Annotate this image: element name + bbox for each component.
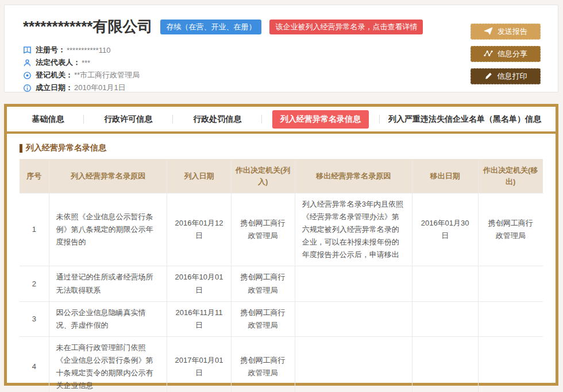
cell-reason-out [295, 266, 412, 301]
table-row: 4 未在工商行政管理部门依照《企业信息公示暂行条例》第十条规定责令的期限内公示有… [20, 336, 543, 392]
cell-authority-out [478, 266, 543, 301]
paper-plane-icon [484, 27, 493, 37]
main-panel: 基础信息 行政许可信息 行政处罚信息 列入经营异常名录信息 列入严重违法失信企业… [4, 104, 558, 386]
table-row: 3 因公示企业信息隐瞒真实情况、弄虚作假的 2016年11月11日 携创网工商行… [20, 301, 543, 336]
page: ************有限公司 存续（在营、开业、在册） 该企业被列入经营异常… [0, 0, 563, 392]
info-icon [23, 84, 32, 92]
share-info-label: 信息分享 [498, 49, 527, 59]
cell-seq: 2 [20, 266, 49, 301]
action-buttons: 发送报告 信息分享 信息打印 [471, 24, 541, 84]
cell-date-in: 2016年10月01日 [167, 266, 231, 301]
cell-reason-in: 未在工商行政管理部门依照《企业信息公示暂行条例》第十条规定责令的期限内公示有关企… [49, 336, 167, 392]
legal-representative-line: 法定代表人： *** [23, 56, 542, 69]
header-authority-out: 作出决定机关(移出) [478, 159, 543, 193]
cell-reason-in: 因公示企业信息隐瞒真实情况、弄虚作假的 [49, 301, 167, 336]
cell-authority-out [478, 336, 543, 392]
header-authority-in: 作出决定机关(列入) [231, 159, 295, 193]
section-marker [20, 144, 22, 153]
tab-administrative-penalty[interactable]: 行政处罚信息 [173, 114, 261, 125]
section-title: 列入经营异常名录信息 [20, 143, 543, 153]
registration-icon [23, 46, 32, 55]
share-icon [484, 49, 493, 59]
location-icon [23, 71, 32, 80]
cell-reason-in: 未依照《企业信息公示暂行条例》第八条规定的期限公示年度报告的 [49, 193, 167, 266]
cell-reason-in: 通过登记的住所或者经营场所无法取得联系 [49, 266, 167, 301]
cell-authority-out: 携创网工商行政管理局 [478, 193, 543, 266]
cell-date-out [412, 336, 478, 392]
cell-authority-in: 携创网工商行政管理局 [231, 336, 295, 392]
header-seq: 序号 [20, 159, 49, 193]
cell-date-in: 2016年11月11日 [167, 301, 231, 336]
header-reason-out: 移出经营异常名录原因 [295, 159, 412, 193]
tab-administrative-license[interactable]: 行政许可信息 [84, 114, 172, 125]
header-reason-in: 列入经营异常名录原因 [49, 159, 167, 193]
status-badge: 存续（在营、开业、在册） [160, 20, 261, 34]
abnormal-warning-badge[interactable]: 该企业被列入经营异常名录，点击查看详情 [269, 20, 423, 34]
cell-date-in: 2016年01月12日 [167, 193, 231, 266]
cell-reason-out [295, 336, 412, 392]
share-info-button[interactable]: 信息分享 [471, 46, 541, 62]
cell-authority-in: 携创网工商行政管理局 [231, 266, 295, 301]
tab-abnormal-operations-list[interactable]: 列入经营异常名录信息 [262, 110, 379, 129]
cell-date-in: 2017年01月01日 [167, 336, 231, 392]
cell-authority-out [478, 301, 543, 336]
cell-authority-in: 携创网工商行政管理局 [231, 301, 295, 336]
table-row: 2 通过登记的住所或者经营场所无法取得联系 2016年10月01日 携创网工商行… [20, 266, 543, 301]
send-report-button[interactable]: 发送报告 [471, 24, 541, 40]
company-info-lines: 注册号： ***********110 法定代表人： *** 登记机关： **市… [23, 44, 542, 94]
title-row: ************有限公司 存续（在营、开业、在册） 该企业被列入经营异常… [23, 17, 542, 37]
tab-content: 列入经营异常名录信息 序号 列入经营异常名录原因 列入日期 作出决定机关(列入)… [7, 143, 556, 392]
establishment-date-label: 成立日期： [36, 83, 73, 93]
company-header-card: ************有限公司 存续（在营、开业、在册） 该企业被列入经营异常… [4, 5, 558, 92]
header-date-in: 列入日期 [167, 159, 231, 193]
tab-blacklist[interactable]: 列入严重违法失信企业名单（黑名单）信息 [380, 114, 550, 125]
send-report-label: 发送报告 [498, 26, 527, 37]
cell-date-out [412, 266, 478, 301]
registration-label: 注册号： [36, 45, 65, 55]
cell-date-out: 2016年01月30日 [412, 193, 478, 266]
tab-bar: 基础信息 行政许可信息 行政处罚信息 列入经营异常名录信息 列入严重违法失信企业… [7, 107, 556, 134]
legal-representative-label: 法定代表人： [36, 57, 80, 68]
tab-basic-info[interactable]: 基础信息 [13, 114, 83, 125]
cell-seq: 3 [20, 301, 49, 336]
company-name: ************有限公司 [23, 17, 152, 37]
header-date-out: 移出日期 [412, 159, 478, 193]
registration-authority-value: **市工商行政管理局 [74, 70, 140, 80]
cell-date-out [412, 301, 478, 336]
establishment-date-value: 2010年01月1日 [74, 83, 126, 93]
section-title-text: 列入经营异常名录信息 [26, 143, 106, 153]
registration-number-line: 注册号： ***********110 [23, 44, 542, 56]
cell-reason-out [295, 301, 412, 336]
person-icon [23, 59, 32, 67]
registration-authority-label: 登记机关： [36, 70, 73, 80]
cell-seq: 4 [20, 336, 49, 392]
registration-authority-line: 登记机关： **市工商行政管理局 [23, 69, 542, 81]
legal-representative-value: *** [82, 59, 90, 67]
registration-value: ***********110 [67, 46, 110, 55]
table-header-row: 序号 列入经营异常名录原因 列入日期 作出决定机关(列入) 移出经营异常名录原因… [20, 159, 543, 193]
abnormal-operations-table: 序号 列入经营异常名录原因 列入日期 作出决定机关(列入) 移出经营异常名录原因… [20, 159, 543, 392]
print-info-button[interactable]: 信息打印 [471, 68, 541, 84]
cell-reason-out: 列入经营异常名录3年内且依照《经营异常名录管理办法》第六规定被列入经营异常名录的… [295, 193, 412, 266]
print-info-label: 信息打印 [498, 71, 527, 81]
establishment-date-line: 成立日期： 2010年01月1日 [23, 81, 542, 94]
cell-authority-in: 携创网工商行政管理局 [231, 193, 295, 266]
cell-seq: 1 [20, 193, 49, 266]
table-row: 1 未依照《企业信息公示暂行条例》第八条规定的期限公示年度报告的 2016年01… [20, 193, 543, 266]
pencil-icon [484, 72, 493, 81]
